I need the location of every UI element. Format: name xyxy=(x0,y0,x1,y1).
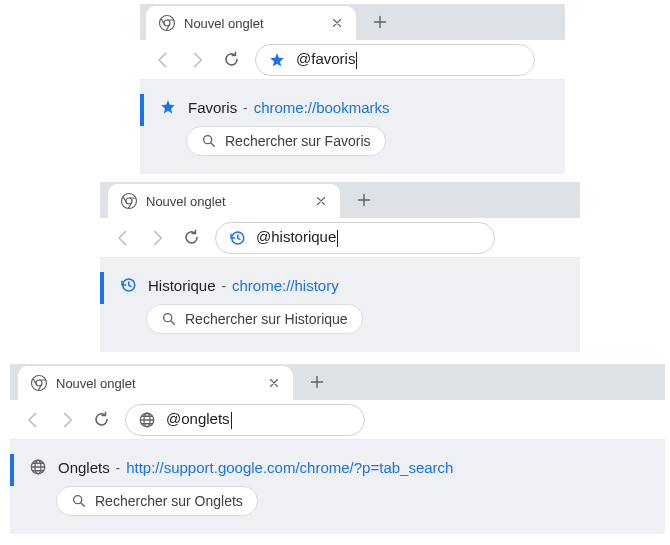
toolbar: @historique xyxy=(100,218,580,258)
back-button[interactable] xyxy=(114,228,134,248)
forward-button[interactable] xyxy=(58,410,78,430)
suggestion-row[interactable]: Onglets - http://support.google.com/chro… xyxy=(10,454,665,486)
omnibox[interactable]: @historique xyxy=(215,222,495,254)
star-icon xyxy=(158,98,178,116)
search-icon xyxy=(201,133,217,149)
tab-title: Nouvel onglet xyxy=(56,376,259,391)
reload-button[interactable] xyxy=(182,228,201,247)
omnibox[interactable]: @onglets xyxy=(125,404,365,436)
globe-icon xyxy=(138,411,156,429)
tab-close-button[interactable] xyxy=(314,194,328,208)
omnibox-text: @onglets xyxy=(166,410,232,429)
chrome-icon xyxy=(30,374,48,392)
star-icon xyxy=(268,51,286,69)
back-button[interactable] xyxy=(154,50,174,70)
omnibox-text: @historique xyxy=(256,228,338,247)
tab-strip: Nouvel onglet xyxy=(140,4,565,40)
toolbar: @favoris xyxy=(140,40,565,80)
tab-close-button[interactable] xyxy=(267,376,281,390)
new-tab-button[interactable] xyxy=(366,8,394,36)
forward-button[interactable] xyxy=(188,50,208,70)
suggestion-panel: Historique - chrome://history Rechercher… xyxy=(100,258,580,352)
search-chip[interactable]: Rechercher sur Historique xyxy=(146,304,363,334)
suggestion-row[interactable]: Historique - chrome://history xyxy=(100,272,580,304)
reload-button[interactable] xyxy=(222,50,241,69)
browser-tab[interactable]: Nouvel onglet xyxy=(146,6,356,40)
browser-snippet-onglets: Nouvel onglet @onglets Onglets - http://… xyxy=(10,364,665,534)
suggestion-label: Onglets xyxy=(58,459,110,476)
suggestion-url: chrome://history xyxy=(232,277,339,294)
browser-tab[interactable]: Nouvel onglet xyxy=(18,366,293,400)
browser-snippet-historique: Nouvel onglet @historique Historique - c… xyxy=(100,182,580,352)
chip-label: Rechercher sur Favoris xyxy=(225,133,371,149)
history-icon xyxy=(118,276,138,294)
omnibox[interactable]: @favoris xyxy=(255,44,535,76)
suggestion-url: chrome://bookmarks xyxy=(254,99,390,116)
tab-title: Nouvel onglet xyxy=(146,194,306,209)
suggestion-row[interactable]: Favoris - chrome://bookmarks xyxy=(140,94,565,126)
tab-title: Nouvel onglet xyxy=(184,16,322,31)
globe-icon xyxy=(28,458,48,476)
history-icon xyxy=(228,229,246,247)
chip-label: Rechercher sur Historique xyxy=(185,311,348,327)
new-tab-button[interactable] xyxy=(303,368,331,396)
search-chip[interactable]: Rechercher sur Onglets xyxy=(56,486,258,516)
search-icon xyxy=(71,493,87,509)
chrome-icon xyxy=(158,14,176,32)
new-tab-button[interactable] xyxy=(350,186,378,214)
search-chip[interactable]: Rechercher sur Favoris xyxy=(186,126,386,156)
back-button[interactable] xyxy=(24,410,44,430)
suggestion-panel: Favoris - chrome://bookmarks Rechercher … xyxy=(140,80,565,174)
tab-strip: Nouvel onglet xyxy=(100,182,580,218)
tab-strip: Nouvel onglet xyxy=(10,364,665,400)
suggestion-label: Historique xyxy=(148,277,216,294)
browser-snippet-favoris: Nouvel onglet @favoris Favoris - chrome:… xyxy=(140,4,565,174)
chip-label: Rechercher sur Onglets xyxy=(95,493,243,509)
suggestion-url: http://support.google.com/chrome/?p=tab_… xyxy=(126,459,453,476)
browser-tab[interactable]: Nouvel onglet xyxy=(108,184,340,218)
reload-button[interactable] xyxy=(92,410,111,429)
toolbar: @onglets xyxy=(10,400,665,440)
tab-close-button[interactable] xyxy=(330,16,344,30)
chrome-icon xyxy=(120,192,138,210)
forward-button[interactable] xyxy=(148,228,168,248)
omnibox-text: @favoris xyxy=(296,50,357,69)
search-icon xyxy=(161,311,177,327)
suggestion-label: Favoris xyxy=(188,99,237,116)
suggestion-panel: Onglets - http://support.google.com/chro… xyxy=(10,440,665,534)
